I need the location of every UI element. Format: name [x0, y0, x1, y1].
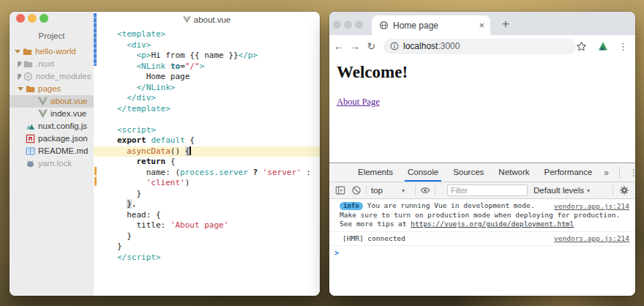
minimize-button[interactable] — [28, 14, 37, 23]
bookmark-star-icon[interactable] — [576, 41, 587, 52]
globe-icon — [379, 20, 389, 30]
forward-button[interactable]: → — [348, 40, 362, 52]
deployment-guide-link[interactable]: https://vuejs.org/guide/deployment.html — [411, 220, 574, 228]
browser-toolbar: ← → ↻ localhost:3000 ⋮ — [329, 35, 635, 58]
chevron-right-icon[interactable] — [18, 61, 21, 67]
prompt-chevron-icon: > — [334, 249, 339, 257]
more-tabs-icon[interactable]: » — [599, 168, 613, 178]
code-line[interactable]: title: 'About page' — [94, 220, 320, 231]
back-button[interactable]: ← — [332, 40, 345, 52]
console-messages: infoYou are running Vue in development m… — [329, 199, 635, 257]
zoom-button[interactable] — [355, 20, 363, 29]
browser-menu-icon[interactable]: ⋮ — [618, 41, 628, 52]
tree-item-pages[interactable]: pages — [10, 83, 94, 95]
tree-item--nuxt[interactable]: .nuxt — [10, 58, 94, 70]
devtools-tab-sources[interactable]: Sources — [446, 163, 491, 182]
code-line[interactable]: Home page — [94, 72, 320, 83]
live-expression-eye-icon[interactable] — [420, 185, 430, 195]
browser-tab[interactable]: Home page × — [372, 15, 490, 35]
page-info-icon[interactable] — [390, 42, 399, 51]
url-port: :3000 — [438, 41, 460, 51]
editor-window-title: about.vue — [94, 15, 320, 27]
devtools-tab-bar: ElementsConsoleSourcesNetworkPerformance… — [329, 163, 635, 182]
chevron-down-icon[interactable] — [15, 50, 20, 53]
vue-file-icon — [38, 97, 48, 106]
code-line[interactable]: <NLink to="/"> — [94, 61, 320, 72]
code-line[interactable]: name: (process.server ? 'server' : — [94, 168, 320, 179]
vue-devtools-extension-icon[interactable] — [597, 40, 609, 52]
clear-console-icon[interactable] — [351, 185, 362, 195]
tree-item-about-vue[interactable]: about.vue — [10, 95, 94, 108]
code-line[interactable]: export default { — [94, 135, 320, 146]
code-line[interactable]: 'client') — [94, 178, 320, 189]
tree-item-package-json[interactable]: package.json — [10, 133, 94, 145]
console-prompt[interactable]: > — [329, 246, 635, 257]
code-line[interactable] — [94, 114, 320, 125]
tree-item-node-modules[interactable]: node_modules — [10, 70, 94, 83]
code-line-current[interactable]: asyncData() { — [94, 146, 320, 157]
chevron-right-icon[interactable] — [18, 74, 21, 80]
package-json-npm-icon — [26, 134, 35, 143]
close-button[interactable] — [333, 20, 341, 29]
tree-item-index-vue[interactable]: index.vue — [10, 108, 94, 120]
devtools-tab-network[interactable]: Network — [491, 163, 536, 182]
console-filter-input[interactable] — [447, 184, 528, 196]
tree-item-label: node_modules — [36, 70, 91, 83]
code-line[interactable]: } — [94, 231, 320, 242]
tree-item-nuxt-config-js[interactable]: nuxt.config.js — [10, 120, 94, 133]
about-page-link[interactable]: About Page — [337, 97, 380, 108]
editor-sidebar: Project hello-world.nuxtnode_modulespage… — [10, 12, 94, 296]
console-log-message: [HMR] connected vendors.app.js:214 — [329, 232, 635, 247]
tree-item-readme-md[interactable]: README.md — [10, 145, 94, 157]
console-sidebar-toggle-icon[interactable] — [335, 185, 345, 195]
code-line[interactable]: } — [94, 242, 320, 253]
code-line[interactable]: </template> — [94, 104, 320, 115]
browser-window: Home page × + ← → ↻ localhost:3000 ⋮ — [329, 12, 635, 296]
tree-item-label: pages — [38, 83, 61, 95]
chevron-down-icon: ▾ — [587, 187, 590, 194]
code-pane[interactable]: about.vue <template> <div> <p>Hi from {{… — [94, 12, 320, 296]
tree-item-label: nuxt.config.js — [38, 120, 87, 133]
address-bar[interactable]: localhost:3000 — [383, 39, 576, 54]
new-tab-button[interactable]: + — [496, 15, 515, 34]
devtools-tab-console[interactable]: Console — [400, 163, 446, 182]
console-info-message: infoYou are running Vue in development m… — [329, 199, 635, 232]
tree-item-hello-world[interactable]: hello-world — [10, 45, 94, 58]
settings-gear-icon[interactable] — [619, 185, 629, 195]
code-line[interactable]: </script> — [94, 253, 320, 264]
editor-window: Project hello-world.nuxtnode_modulespage… — [10, 12, 320, 296]
code-line[interactable]: <div> — [94, 40, 320, 51]
project-header: Project — [10, 31, 94, 40]
minimize-button[interactable] — [344, 20, 352, 29]
vue-file-icon — [38, 109, 48, 119]
folder-icon — [23, 59, 33, 69]
source-location-link[interactable]: vendors.app.js:214 — [554, 234, 629, 242]
tree-item-yarn-lock[interactable]: yarn.lock — [10, 157, 94, 170]
tab-close-icon[interactable]: × — [479, 20, 484, 30]
tree-item-label: hello-world — [35, 45, 76, 58]
code-line[interactable]: <script> — [94, 125, 320, 136]
code-line[interactable]: </div> — [94, 93, 320, 104]
chevron-down-icon[interactable] — [18, 87, 23, 91]
devtools-menu-icon[interactable]: ⋮ — [624, 168, 635, 178]
code-editor[interactable]: <template> <div> <p>Hi from {{ name }}</… — [94, 29, 320, 263]
devtools-tab-performance[interactable]: Performance — [537, 163, 600, 182]
log-levels-selector[interactable]: Default levels ▾ — [533, 186, 590, 195]
close-button[interactable] — [16, 14, 25, 23]
context-selector[interactable]: top ▾ — [371, 186, 405, 195]
zoom-button[interactable] — [40, 14, 48, 23]
code-line[interactable]: }, — [94, 199, 320, 210]
reload-button[interactable]: ↻ — [364, 40, 378, 52]
node-modules-hexagon-icon — [23, 72, 33, 81]
code-line[interactable]: } — [94, 189, 320, 200]
source-location-link[interactable]: vendors.app.js:214 — [554, 202, 629, 210]
code-line[interactable]: </NLink> — [94, 83, 320, 94]
code-line[interactable]: return { — [94, 157, 320, 168]
devtools-tab-elements[interactable]: Elements — [351, 163, 400, 182]
code-line[interactable]: <p>Hi from {{ name }}</p> — [94, 51, 320, 61]
page-content: Welcome! About Page — [329, 57, 635, 163]
tree-item-label: index.vue — [50, 108, 86, 120]
code-line[interactable]: <template> — [94, 29, 320, 40]
console-toolbar: top ▾ Default levels ▾ — [329, 182, 635, 199]
code-line[interactable]: head: { — [94, 210, 320, 221]
